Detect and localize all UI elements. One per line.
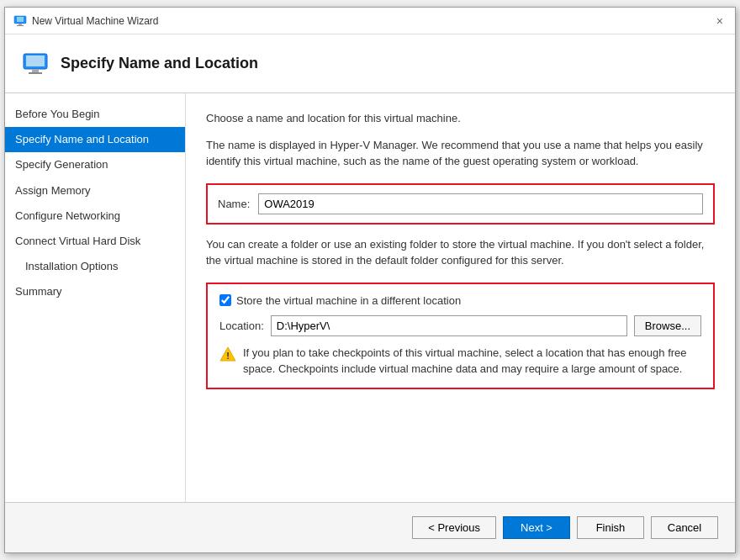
location-label: Location: — [219, 320, 264, 332]
main-content: Before You Begin Specify Name and Locati… — [5, 93, 735, 502]
browse-button[interactable]: Browse... — [634, 315, 701, 336]
warning-text: If you plan to take checkpoints of this … — [243, 345, 701, 378]
store-location-checkbox[interactable] — [219, 294, 231, 306]
finish-button[interactable]: Finish — [577, 516, 644, 539]
title-bar-text: New Virtual Machine Wizard — [32, 15, 159, 27]
store-location-label[interactable]: Store the virtual machine in a different… — [236, 294, 461, 307]
svg-rect-5 — [26, 55, 45, 66]
svg-rect-3 — [17, 25, 24, 26]
page-title: Specify Name and Location — [61, 55, 258, 72]
warning-row: ! If you plan to take checkpoints of thi… — [219, 345, 701, 378]
sidebar-item-assign-memory[interactable]: Assign Memory — [5, 178, 185, 203]
close-button[interactable]: × — [713, 14, 727, 28]
location-input[interactable] — [271, 315, 627, 336]
sidebar-item-configure-networking[interactable]: Configure Networking — [5, 203, 185, 229]
title-bar-left: New Virtual Machine Wizard — [13, 14, 159, 28]
warning-icon: ! — [219, 346, 236, 362]
sidebar-item-before-you-begin[interactable]: Before You Begin — [5, 102, 185, 127]
sidebar-item-specify-generation[interactable]: Specify Generation — [5, 152, 185, 177]
title-bar: New Virtual Machine Wizard × — [5, 8, 735, 34]
content-area: Choose a name and location for this virt… — [186, 93, 735, 502]
name-label: Name: — [218, 198, 250, 210]
svg-rect-1 — [17, 17, 24, 22]
content-desc: The name is displayed in Hyper-V Manager… — [206, 137, 715, 170]
svg-rect-7 — [29, 72, 42, 74]
name-section: Name: — [206, 183, 715, 225]
sidebar-item-summary[interactable]: Summary — [5, 279, 185, 304]
previous-button[interactable]: < Previous — [412, 516, 496, 539]
location-row: Location: Browse... — [219, 315, 701, 336]
name-input[interactable] — [258, 193, 703, 214]
content-intro: Choose a name and location for this virt… — [206, 110, 715, 127]
svg-rect-2 — [18, 24, 22, 25]
header-vm-icon — [22, 50, 49, 77]
svg-text:!: ! — [226, 350, 230, 360]
cancel-button[interactable]: Cancel — [651, 516, 718, 539]
location-section: Store the virtual machine in a different… — [206, 283, 715, 389]
sidebar-item-connect-virtual-hard-disk[interactable]: Connect Virtual Hard Disk — [5, 229, 185, 254]
sidebar: Before You Begin Specify Name and Locati… — [5, 93, 186, 502]
sidebar-item-specify-name[interactable]: Specify Name and Location — [5, 127, 185, 152]
sidebar-item-installation-options[interactable]: Installation Options — [5, 254, 185, 279]
vm-icon — [13, 14, 27, 28]
checkbox-row: Store the virtual machine in a different… — [219, 294, 701, 307]
header-section: Specify Name and Location — [5, 34, 735, 93]
wizard-window: New Virtual Machine Wizard × Specify Nam… — [4, 7, 736, 553]
location-info: You can create a folder or use an existi… — [206, 236, 715, 269]
svg-rect-6 — [32, 69, 39, 72]
next-button[interactable]: Next > — [503, 516, 570, 539]
footer: < Previous Next > Finish Cancel — [5, 502, 735, 552]
